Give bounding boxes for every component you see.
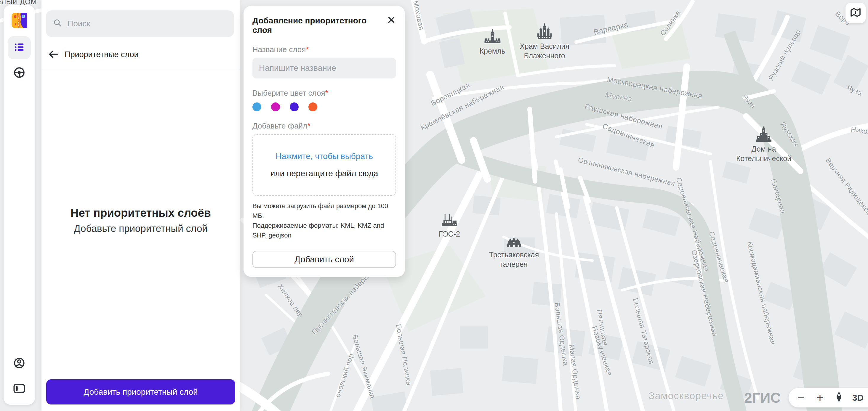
search-icon (53, 18, 63, 29)
street-label: Верхняя Радищевская (824, 157, 868, 223)
kremlin-icon (479, 29, 505, 45)
street-label: Москва (604, 90, 633, 104)
back-button[interactable] (47, 48, 60, 61)
gallery-icon (489, 233, 539, 249)
add-priority-layer-button[interactable]: Добавить приоритетный слой (46, 379, 235, 405)
map-fold-icon (849, 7, 862, 19)
name-label: Название слоя* (252, 45, 396, 54)
icon-sidebar (4, 5, 35, 405)
map-layers-button[interactable] (845, 3, 866, 23)
street-label: Большая Ордынка (553, 302, 570, 366)
street-label: Космодамианская набережная (745, 241, 777, 346)
color-label: Выберите цвет слоя* (252, 89, 396, 98)
steering-wheel-icon (13, 66, 26, 80)
landmark-dom: Дом наКотельнической (736, 126, 791, 163)
layer-color-option[interactable] (252, 102, 261, 111)
sidebar-item-priority-layers[interactable] (8, 36, 31, 59)
profile-icon (13, 357, 26, 371)
required-mark: * (306, 45, 309, 54)
2gis-watermark: 2ГИС (744, 390, 781, 406)
street-label: Большая Якиманка (351, 334, 377, 400)
panel-header: Приоритетные слои (41, 48, 240, 70)
street-label: Яуза (741, 93, 757, 110)
file-note-line2: Поддерживаемые форматы: KML, KMZ and SHP… (252, 221, 396, 240)
color-options (252, 102, 396, 111)
file-label: Добавьте файл* (252, 121, 396, 131)
file-note: Вы можете загрузить файл размером до 100… (252, 201, 396, 240)
street-label: Раушская набережная (584, 102, 663, 131)
dropzone-browse-link[interactable]: Нажмите, чтобы выбрать (276, 152, 373, 161)
layer-name-input[interactable] (252, 58, 396, 78)
street-label: Большая Полянка (394, 323, 413, 386)
street-label: Садовническая (707, 230, 731, 284)
street-label: Большая Татарская (631, 297, 656, 365)
arrow-left-icon (48, 49, 59, 61)
list-icon (13, 41, 25, 54)
empty-state-subtitle: Добавьте приоритетный слой (41, 223, 240, 234)
panel-title: Приоритетные слои (65, 50, 138, 59)
street-label: Хилков пер (276, 283, 305, 319)
dom-icon (736, 126, 791, 143)
landmark-label: Третьяковская (489, 250, 539, 259)
basil-icon (520, 23, 569, 40)
priority-layers-panel: Поиск Приоритетные слои Нет приоритетных… (41, 0, 240, 411)
street-label: Варварка (592, 20, 629, 37)
landmark-gallery: Третьяковскаягалерея (489, 233, 539, 269)
street-label: Солянка (658, 9, 682, 38)
street-label: Николоямская (850, 125, 868, 140)
landmark-ges2: ГЭС-2 (439, 213, 460, 239)
landmark-kremlin: Кремль (479, 29, 505, 56)
search-placeholder: Поиск (67, 19, 90, 28)
modal-title: Добавление приоритетного слоя (252, 16, 396, 35)
layer-color-option[interactable] (308, 102, 317, 111)
close-button[interactable] (385, 14, 397, 26)
street-label: оновский пер (334, 352, 355, 398)
sidebar-item-navigator[interactable] (8, 62, 31, 85)
street-label: Моховая (411, 0, 426, 31)
landmark-label: Блаженного (520, 51, 569, 60)
sidebar-item-panel-toggle[interactable] (8, 378, 31, 401)
landmark-label: галерея (489, 259, 539, 269)
empty-state: Нет приоритетных слоёв Добавьте приорите… (41, 207, 240, 234)
close-icon (386, 15, 396, 26)
street-label: Гончарная (769, 178, 787, 214)
file-note-line1: Вы можете загрузить файл размером до 100… (252, 201, 396, 221)
compass-icon (835, 391, 843, 405)
empty-state-title: Нет приоритетных слоёв (41, 207, 240, 219)
street-label: Яузский бульвар (766, 28, 802, 82)
add-layer-submit-button[interactable]: Добавить слой (252, 251, 396, 268)
layer-color-option[interactable] (290, 102, 299, 111)
map-controls: − + 3D (788, 388, 868, 407)
landmark-label: Дом на (736, 144, 791, 154)
dropzone-hint: или перетащите файл сюда (271, 169, 378, 178)
panel-toggle-icon (13, 382, 26, 396)
add-layer-modal: Добавление приоритетного слоя Название с… (244, 6, 405, 277)
landmark-label: ГЭС-2 (439, 229, 460, 239)
zoom-out-button[interactable]: − (792, 389, 810, 407)
ges2-icon (439, 213, 460, 228)
search-input[interactable]: Поиск (46, 10, 234, 37)
landmark-label: Кремль (479, 46, 505, 56)
compass-button[interactable] (830, 389, 848, 407)
layer-color-option[interactable] (271, 102, 280, 111)
district-label: Замоскворечье (649, 390, 724, 402)
sidebar-item-profile[interactable] (8, 352, 31, 375)
street-label: Яуза (845, 83, 863, 97)
3d-button[interactable]: 3D (848, 389, 867, 407)
file-dropzone[interactable]: Нажмите, чтобы выбрать или перетащите фа… (252, 134, 396, 196)
street-label: Овчинниковская набережная (577, 156, 676, 188)
zoom-in-button[interactable]: + (810, 389, 830, 407)
landmark-label: Котельнической (736, 154, 791, 163)
landmark-label: Храм Василия (520, 41, 569, 51)
street-label: Малая Ордынка (568, 344, 583, 400)
app-logo[interactable] (11, 13, 27, 28)
landmark-basil: Храм ВасилияБлаженного (520, 23, 569, 60)
